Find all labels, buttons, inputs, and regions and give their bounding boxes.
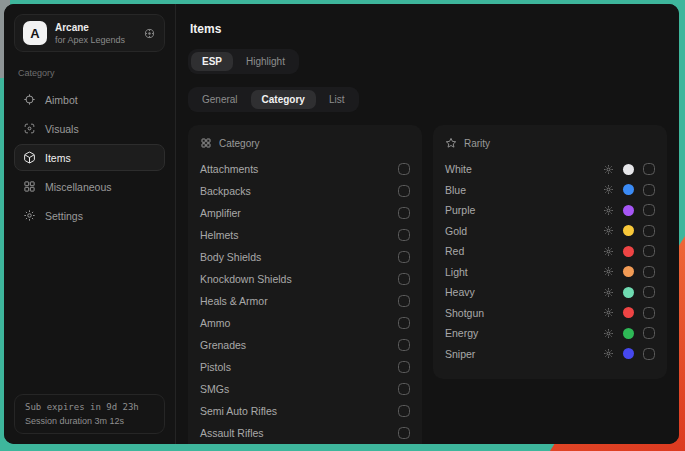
checkbox[interactable]: [643, 266, 655, 278]
rarity-row: Light: [445, 265, 655, 279]
category-row-label: Ammo: [200, 317, 398, 329]
gear-icon[interactable]: [603, 348, 614, 359]
target-icon[interactable]: [143, 27, 156, 40]
category-row-label: SMGs: [200, 383, 398, 395]
tab-category[interactable]: Category: [251, 90, 316, 109]
star-icon: [445, 137, 457, 149]
checkbox[interactable]: [398, 361, 410, 373]
color-swatch[interactable]: [623, 287, 634, 298]
checkbox[interactable]: [643, 286, 655, 298]
gear-icon[interactable]: [603, 246, 614, 257]
brand-card: A Arcane for Apex Legends: [14, 14, 165, 52]
checkbox[interactable]: [398, 229, 410, 241]
sidebar-item-aimbot[interactable]: Aimbot: [14, 86, 165, 113]
gear-icon[interactable]: [603, 184, 614, 195]
gear-icon[interactable]: [603, 266, 614, 277]
sidebar-item-visuals[interactable]: Visuals: [14, 115, 165, 142]
category-row-label: Helmets: [200, 229, 398, 241]
color-swatch[interactable]: [623, 205, 634, 216]
sidebar: A Arcane for Apex Legends Category: [4, 4, 176, 444]
checkbox[interactable]: [643, 225, 655, 237]
checkbox[interactable]: [643, 204, 655, 216]
checkbox[interactable]: [398, 163, 410, 175]
sidebar-item-miscellaneous[interactable]: Miscellaneous: [14, 173, 165, 200]
rarity-row-label: Red: [445, 245, 595, 257]
category-row-label: Semi Auto Rifles: [200, 405, 398, 417]
category-row-label: Backpacks: [200, 185, 398, 197]
category-row: Amplifier: [200, 206, 410, 220]
grid-icon: [23, 180, 36, 193]
gear-icon[interactable]: [603, 307, 614, 318]
color-swatch[interactable]: [623, 184, 634, 195]
sidebar-section-label: Category: [18, 68, 161, 78]
checkbox[interactable]: [398, 251, 410, 263]
gear-icon[interactable]: [603, 287, 614, 298]
sidebar-item-label: Items: [45, 152, 71, 164]
checkbox[interactable]: [398, 207, 410, 219]
category-row-label: Pistols: [200, 361, 398, 373]
checkbox[interactable]: [398, 295, 410, 307]
mode-esp-button[interactable]: ESP: [191, 52, 233, 71]
color-swatch[interactable]: [623, 307, 634, 318]
category-panel-header: Category: [200, 137, 410, 149]
color-swatch[interactable]: [623, 328, 634, 339]
tab-general[interactable]: General: [191, 90, 249, 109]
checkbox[interactable]: [643, 348, 655, 360]
checkbox[interactable]: [398, 185, 410, 197]
color-swatch[interactable]: [623, 266, 634, 277]
category-panel-title: Category: [219, 138, 260, 149]
category-row: Backpacks: [200, 184, 410, 198]
tab-list[interactable]: List: [318, 90, 356, 109]
sidebar-item-label: Miscellaneous: [45, 181, 112, 193]
rarity-panel: Rarity WhiteBluePurpleGoldRedLightHeavyS…: [433, 125, 667, 379]
rarity-row: Energy: [445, 326, 655, 340]
gear-icon[interactable]: [603, 328, 614, 339]
color-swatch[interactable]: [623, 164, 634, 175]
brand-text: Arcane for Apex Legends: [55, 22, 125, 45]
sidebar-item-settings[interactable]: Settings: [14, 202, 165, 229]
checkbox[interactable]: [398, 339, 410, 351]
checkbox[interactable]: [398, 383, 410, 395]
color-swatch[interactable]: [623, 225, 634, 236]
category-row-label: Assault Rifles: [200, 427, 398, 439]
gear-icon[interactable]: [603, 164, 614, 175]
eye-scan-icon: [23, 122, 36, 135]
color-swatch[interactable]: [623, 246, 634, 257]
checkbox[interactable]: [398, 427, 410, 439]
subscription-info-card: Sub expires in 9d 23h Session duration 3…: [14, 394, 165, 434]
category-rows: AttachmentsBackpacksAmplifierHelmetsBody…: [200, 162, 410, 444]
checkbox[interactable]: [643, 163, 655, 175]
session-duration-text: Session duration 3m 12s: [25, 416, 154, 426]
tab-bar: General Category List: [188, 87, 359, 112]
category-row-label: Knockdown Shields: [200, 273, 398, 285]
checkbox[interactable]: [643, 327, 655, 339]
gear-icon[interactable]: [603, 225, 614, 236]
rarity-row: Gold: [445, 224, 655, 238]
rarity-row-label: Purple: [445, 204, 595, 216]
checkbox[interactable]: [643, 184, 655, 196]
checkbox[interactable]: [398, 273, 410, 285]
category-row: SMGs: [200, 382, 410, 396]
crosshair-icon: [23, 93, 36, 106]
rarity-panel-header: Rarity: [445, 137, 655, 149]
checkbox[interactable]: [398, 405, 410, 417]
sub-expires-text: Sub expires in 9d 23h: [25, 402, 154, 412]
checkbox[interactable]: [643, 307, 655, 319]
gear-icon[interactable]: [603, 205, 614, 216]
category-row: Body Shields: [200, 250, 410, 264]
rarity-row-label: Gold: [445, 225, 595, 237]
category-row-label: Heals & Armor: [200, 295, 398, 307]
sidebar-item-items[interactable]: Items: [14, 144, 165, 171]
category-grid-icon: [200, 137, 212, 149]
category-row-label: Body Shields: [200, 251, 398, 263]
checkbox[interactable]: [398, 317, 410, 329]
color-swatch[interactable]: [623, 348, 634, 359]
sidebar-item-label: Aimbot: [45, 94, 78, 106]
rarity-row: Purple: [445, 203, 655, 217]
mode-highlight-button[interactable]: Highlight: [235, 52, 296, 71]
checkbox[interactable]: [643, 245, 655, 257]
rarity-row: Sniper: [445, 347, 655, 361]
category-row: Heals & Armor: [200, 294, 410, 308]
mode-toggle: ESP Highlight: [188, 49, 299, 74]
category-row: Semi Auto Rifles: [200, 404, 410, 418]
